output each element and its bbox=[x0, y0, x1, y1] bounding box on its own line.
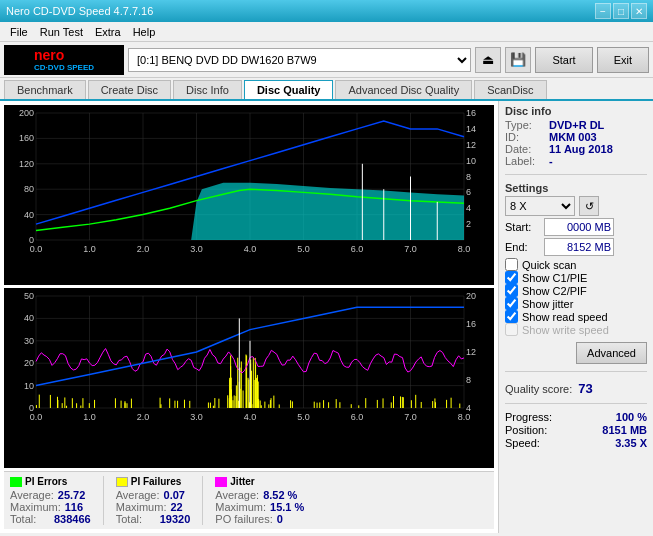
show-write-speed-row: Show write speed bbox=[505, 323, 647, 336]
date-label: Date: bbox=[505, 143, 545, 155]
start-label: Start: bbox=[505, 221, 540, 233]
settings-title: Settings bbox=[505, 182, 647, 194]
pi-failures-total-value: 19320 bbox=[160, 513, 191, 525]
pi-errors-max-value: 116 bbox=[65, 501, 83, 513]
menu-extra[interactable]: Extra bbox=[89, 24, 127, 40]
advanced-button[interactable]: Advanced bbox=[576, 342, 647, 364]
tab-scandisc[interactable]: ScanDisc bbox=[474, 80, 546, 99]
end-mb-row: End: bbox=[505, 238, 647, 256]
position-label: Position: bbox=[505, 424, 547, 436]
id-label: ID: bbox=[505, 131, 545, 143]
bottom-chart bbox=[4, 288, 494, 468]
menu-run-test[interactable]: Run Test bbox=[34, 24, 89, 40]
po-failures-value: 0 bbox=[277, 513, 283, 525]
quality-score-label: Quality score: bbox=[505, 383, 572, 395]
tab-disc-info[interactable]: Disc Info bbox=[173, 80, 242, 99]
pi-failures-label: PI Failures bbox=[131, 476, 182, 487]
tabs-bar: Benchmark Create Disc Disc Info Disc Qua… bbox=[0, 78, 653, 101]
show-c1pie-row: Show C1/PIE bbox=[505, 271, 647, 284]
pi-failures-max-label: Maximum: bbox=[116, 501, 167, 513]
menu-file[interactable]: File bbox=[4, 24, 34, 40]
pi-failures-avg-label: Average: bbox=[116, 489, 160, 501]
start-mb-row: Start: bbox=[505, 218, 647, 236]
disc-label-label: Label: bbox=[505, 155, 545, 167]
pi-errors-label: PI Errors bbox=[25, 476, 67, 487]
jitter-color bbox=[215, 477, 227, 487]
id-value: MKM 003 bbox=[549, 131, 597, 143]
pi-failures-group: PI Failures Average: 0.07 Maximum: 22 To… bbox=[116, 476, 191, 525]
titlebar: Nero CD-DVD Speed 4.7.7.16 − □ ✕ bbox=[0, 0, 653, 22]
divider-1 bbox=[505, 174, 647, 175]
speed-select[interactable]: 8 X bbox=[505, 196, 575, 216]
show-c2pif-checkbox[interactable] bbox=[505, 284, 518, 297]
jitter-group: Jitter Average: 8.52 % Maximum: 15.1 % P… bbox=[215, 476, 304, 525]
close-button[interactable]: ✕ bbox=[631, 3, 647, 19]
date-value: 11 Aug 2018 bbox=[549, 143, 613, 155]
progress-label: Progress: bbox=[505, 411, 552, 423]
maximize-button[interactable]: □ bbox=[613, 3, 629, 19]
pi-failures-avg-value: 0.07 bbox=[164, 489, 185, 501]
show-c1pie-label: Show C1/PIE bbox=[522, 272, 587, 284]
top-chart bbox=[4, 105, 494, 285]
jitter-max-value: 15.1 % bbox=[270, 501, 304, 513]
disc-label-value: - bbox=[549, 155, 553, 167]
quality-score-value: 73 bbox=[578, 381, 592, 396]
main-content: PI Errors Average: 25.72 Maximum: 116 To… bbox=[0, 101, 653, 533]
speed-settings-row: 8 X ↺ bbox=[505, 196, 647, 216]
quick-scan-label: Quick scan bbox=[522, 259, 576, 271]
pi-errors-group: PI Errors Average: 25.72 Maximum: 116 To… bbox=[10, 476, 91, 525]
show-c1pie-checkbox[interactable] bbox=[505, 271, 518, 284]
settings-refresh-icon[interactable]: ↺ bbox=[579, 196, 599, 216]
divider-3 bbox=[505, 403, 647, 404]
minimize-button[interactable]: − bbox=[595, 3, 611, 19]
toolbar: nero CD·DVD SPEED [0:1] BENQ DVD DD DW16… bbox=[0, 42, 653, 78]
disc-info-title: Disc info bbox=[505, 105, 647, 117]
show-c2pif-label: Show C2/PIF bbox=[522, 285, 587, 297]
pi-errors-avg-value: 25.72 bbox=[58, 489, 86, 501]
end-label: End: bbox=[505, 241, 540, 253]
jitter-max-label: Maximum: bbox=[215, 501, 266, 513]
app-logo: nero CD·DVD SPEED bbox=[4, 45, 124, 75]
po-failures-label: PO failures: bbox=[215, 513, 272, 525]
show-jitter-row: Show jitter bbox=[505, 297, 647, 310]
show-jitter-label: Show jitter bbox=[522, 298, 573, 310]
show-write-speed-checkbox bbox=[505, 323, 518, 336]
start-input[interactable] bbox=[544, 218, 614, 236]
quick-scan-checkbox[interactable] bbox=[505, 258, 518, 271]
divider-2 bbox=[505, 371, 647, 372]
tab-disc-quality[interactable]: Disc Quality bbox=[244, 80, 334, 99]
show-jitter-checkbox[interactable] bbox=[505, 297, 518, 310]
show-read-speed-label: Show read speed bbox=[522, 311, 608, 323]
pi-errors-total-label: Total: bbox=[10, 513, 50, 525]
menu-help[interactable]: Help bbox=[127, 24, 162, 40]
start-button[interactable]: Start bbox=[535, 47, 592, 73]
pi-errors-avg-label: Average: bbox=[10, 489, 54, 501]
tab-benchmark[interactable]: Benchmark bbox=[4, 80, 86, 99]
jitter-avg-value: 8.52 % bbox=[263, 489, 297, 501]
exit-button[interactable]: Exit bbox=[597, 47, 649, 73]
speed-value: 3.35 X bbox=[615, 437, 647, 449]
end-input[interactable] bbox=[544, 238, 614, 256]
progress-section: Progress: 100 % Position: 8151 MB Speed:… bbox=[505, 411, 647, 450]
stats-area: PI Errors Average: 25.72 Maximum: 116 To… bbox=[4, 471, 494, 529]
pi-failures-total-label: Total: bbox=[116, 513, 156, 525]
pi-failures-max-value: 22 bbox=[170, 501, 182, 513]
pi-errors-max-label: Maximum: bbox=[10, 501, 61, 513]
show-write-speed-label: Show write speed bbox=[522, 324, 609, 336]
show-read-speed-row: Show read speed bbox=[505, 310, 647, 323]
device-select[interactable]: [0:1] BENQ DVD DD DW1620 B7W9 bbox=[128, 48, 471, 72]
type-value: DVD+R DL bbox=[549, 119, 604, 131]
eject-icon[interactable]: ⏏ bbox=[475, 47, 501, 73]
show-read-speed-checkbox[interactable] bbox=[505, 310, 518, 323]
pi-errors-color bbox=[10, 477, 22, 487]
disc-info-section: Disc info Type: DVD+R DL ID: MKM 003 Dat… bbox=[505, 105, 647, 167]
settings-section: Settings 8 X ↺ Start: End: Quick scan bbox=[505, 182, 647, 364]
tab-advanced-disc-quality[interactable]: Advanced Disc Quality bbox=[335, 80, 472, 99]
progress-value: 100 % bbox=[616, 411, 647, 423]
jitter-label: Jitter bbox=[230, 476, 254, 487]
show-c2pif-row: Show C2/PIF bbox=[505, 284, 647, 297]
app-title: Nero CD-DVD Speed 4.7.7.16 bbox=[6, 5, 153, 17]
save-icon[interactable]: 💾 bbox=[505, 47, 531, 73]
jitter-avg-label: Average: bbox=[215, 489, 259, 501]
tab-create-disc[interactable]: Create Disc bbox=[88, 80, 171, 99]
